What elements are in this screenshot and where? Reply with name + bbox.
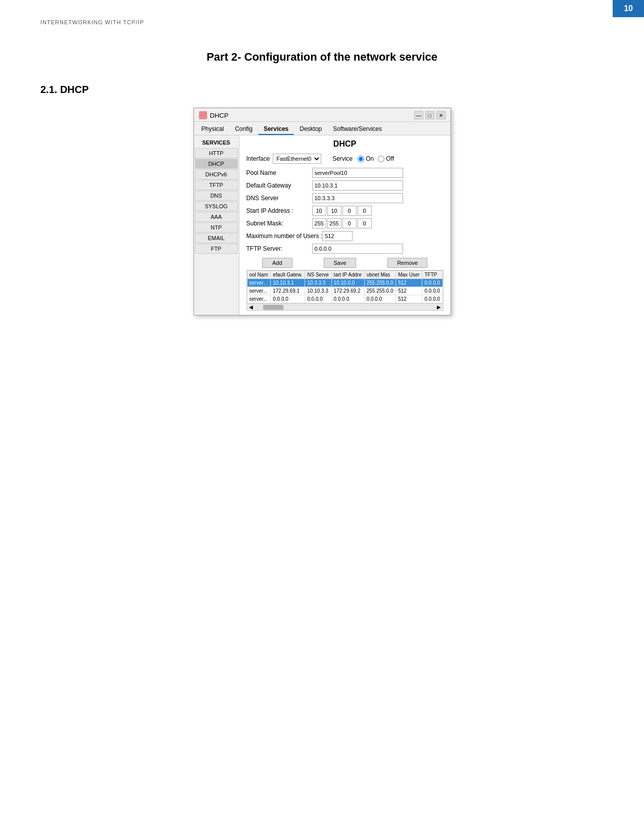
sidebar-item-ntp[interactable]: NTP (195, 222, 238, 233)
cell-dns: 10.3.3.3 (305, 279, 331, 287)
dialog-body: SERVICES HTTP DHCP DHCPv6 TFTP DNS SYSLO… (194, 135, 451, 315)
col-pool-name: ool Nam (247, 271, 271, 279)
main-panel: DHCP Interface FastEthernet0 Service On (239, 135, 451, 315)
radio-off-input[interactable] (378, 156, 384, 162)
menu-software[interactable]: Software/Services (327, 123, 387, 135)
default-gateway-row: Default Gateway (246, 180, 443, 191)
dialog-title-text: DHCP (210, 112, 229, 119)
menu-services[interactable]: Services (258, 123, 294, 135)
subnet-3[interactable] (342, 218, 357, 228)
interface-select[interactable]: FastEthernet0 (273, 154, 321, 164)
sidebar-item-dns[interactable]: DNS (195, 191, 238, 201)
sidebar-item-dhcpv6[interactable]: DHCPv6 (195, 169, 238, 179)
dialog-wrapper: DHCP — □ ✕ Physical Config Services Desk… (40, 108, 604, 315)
cell-tftp: 0.0.0.0 (422, 279, 442, 287)
cell-gateway: 172.29.69.1 (271, 287, 305, 295)
subnet-mask-inputs (312, 218, 372, 228)
dns-server-row: DNS Server (246, 193, 443, 203)
sidebar-header: SERVICES (194, 137, 239, 148)
subsection-title: 2.1. DHCP (40, 84, 604, 96)
start-ip-4[interactable] (358, 206, 372, 216)
max-users-label: Maximum number of Users : (246, 233, 323, 240)
cell-subnet: 255.255.0.0 (364, 279, 395, 287)
table-row[interactable]: server... 0.0.0.0 0.0.0.0 0.0.0.0 0.0.0.… (247, 295, 442, 303)
col-dns: NS Serve (305, 271, 331, 279)
add-button[interactable]: Add (262, 258, 292, 268)
dialog-controls[interactable]: — □ ✕ (414, 111, 445, 119)
dhcp-dialog: DHCP — □ ✕ Physical Config Services Desk… (193, 108, 451, 315)
pool-name-input[interactable] (312, 168, 403, 178)
sidebar-item-dhcp[interactable]: DHCP (195, 159, 238, 169)
col-gateway: efault Gatew. (271, 271, 305, 279)
dns-server-input[interactable] (312, 193, 403, 203)
subnet-2[interactable] (327, 218, 341, 228)
default-gateway-input[interactable] (312, 180, 403, 191)
sidebar-item-http[interactable]: HTTP (195, 148, 238, 158)
page-number: 10 (613, 0, 644, 17)
col-tftp: TFTP (422, 271, 442, 279)
interface-row: Interface FastEthernet0 Service On (246, 154, 443, 164)
cell-pool: server... (247, 287, 271, 295)
cell-max: 512 (396, 287, 422, 295)
remove-button[interactable]: Remove (387, 258, 427, 268)
radio-on[interactable]: On (358, 155, 374, 162)
menu-physical[interactable]: Physical (196, 123, 230, 135)
button-row: Add Save Remove (246, 258, 443, 268)
interface-label: Interface (246, 155, 270, 162)
cell-start-ip: 0.0.0.0 (331, 295, 364, 303)
table-row[interactable]: server... 10.10.3.1 10.3.3.3 10.10.0.0 2… (247, 279, 442, 287)
pool-name-row: Pool Name (246, 168, 443, 178)
dialog-title-left: DHCP (199, 111, 229, 119)
subnet-mask-label: Subnet Mask: (246, 220, 312, 227)
start-ip-1[interactable] (312, 206, 326, 216)
start-ip-2[interactable] (327, 206, 341, 216)
start-ip-label: Start IP Address : (246, 207, 312, 214)
tftp-server-input[interactable] (312, 244, 403, 254)
table-row[interactable]: server... 172.29.69.1 10.10.3.3 172.29.6… (247, 287, 442, 295)
dns-server-label: DNS Server (246, 195, 312, 202)
subnet-4[interactable] (358, 218, 372, 228)
sidebar-item-tftp[interactable]: TFTP (195, 180, 238, 190)
cell-gateway: 10.10.3.1 (271, 279, 305, 287)
cell-dns: 10.10.3.3 (305, 287, 331, 295)
scroll-right-arrow[interactable]: ▶ (437, 304, 441, 310)
start-ip-3[interactable] (342, 206, 357, 216)
dhcp-table: ool Nam efault Gatew. NS Serve tart IP A… (247, 270, 443, 303)
sidebar: SERVICES HTTP DHCP DHCPv6 TFTP DNS SYSLO… (194, 135, 239, 315)
cell-subnet: 255.255.0.0 (364, 287, 395, 295)
cell-tftp: 0.0.0.0 (422, 287, 442, 295)
cell-subnet: 0.0.0.0 (364, 295, 395, 303)
scroll-thumb[interactable] (263, 305, 283, 310)
sidebar-item-aaa[interactable]: AAA (195, 212, 238, 222)
sidebar-item-syslog[interactable]: SYSLOG (195, 201, 238, 211)
max-users-input[interactable] (322, 231, 353, 241)
dialog-menu-bar: Physical Config Services Desktop Softwar… (194, 122, 451, 135)
horizontal-scrollbar[interactable]: ◀ ▶ (247, 303, 443, 310)
radio-on-input[interactable] (358, 156, 364, 162)
pool-name-label: Pool Name (246, 169, 312, 176)
sidebar-item-email[interactable]: EMAIL (195, 233, 238, 243)
start-ip-row: Start IP Address : (246, 206, 443, 216)
menu-desktop[interactable]: Desktop (294, 123, 327, 135)
save-button[interactable]: Save (324, 258, 356, 268)
menu-config[interactable]: Config (229, 123, 258, 135)
dhcp-icon (199, 111, 207, 119)
radio-off[interactable]: Off (378, 155, 394, 162)
scroll-left-arrow[interactable]: ◀ (249, 304, 253, 310)
cell-pool: server... (247, 279, 271, 287)
close-button[interactable]: ✕ (436, 111, 445, 119)
subnet-1[interactable] (312, 218, 326, 228)
panel-title: DHCP (246, 140, 443, 149)
col-subnet: ubnet Mas (364, 271, 395, 279)
section-title: Part 2- Configuration of the network ser… (40, 51, 604, 64)
sidebar-item-ftp[interactable]: FTP (195, 244, 238, 254)
cell-pool: server... (247, 295, 271, 303)
maximize-button[interactable]: □ (425, 111, 434, 119)
dialog-title-bar: DHCP — □ ✕ (194, 108, 451, 122)
minimize-button[interactable]: — (414, 111, 423, 119)
table-scroll-area: ool Nam efault Gatew. NS Serve tart IP A… (246, 270, 443, 311)
tftp-server-row: TFTP Server: (246, 244, 443, 254)
cell-tftp: 0.0.0.0 (422, 295, 442, 303)
tftp-server-label: TFTP Server: (246, 245, 312, 252)
radio-on-label: On (366, 155, 374, 162)
